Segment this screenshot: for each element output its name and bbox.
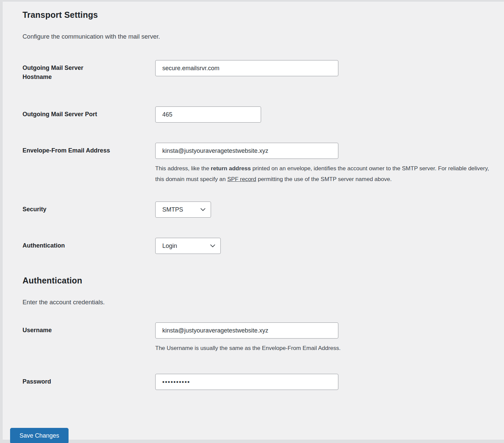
chevron-down-icon bbox=[200, 207, 206, 213]
security-select[interactable]: SMTPS bbox=[155, 202, 211, 218]
envelope-from-help-suffix: permitting the use of the SMTP server na… bbox=[256, 176, 391, 182]
form-row-password: Password bbox=[23, 374, 492, 390]
port-input[interactable] bbox=[155, 106, 261, 123]
username-input[interactable] bbox=[155, 322, 338, 339]
authentication-select[interactable]: Login bbox=[155, 238, 221, 254]
transport-settings-title: Transport Settings bbox=[23, 10, 492, 20]
username-help: The Username is usually the same as the … bbox=[155, 343, 492, 354]
form-row-security: Security SMTPS bbox=[23, 202, 492, 218]
authentication-select-value: Login bbox=[162, 242, 177, 250]
hostname-input[interactable] bbox=[155, 60, 338, 76]
spf-record-link[interactable]: SPF record bbox=[227, 176, 256, 182]
form-row-authentication: Authentication Login bbox=[23, 238, 492, 254]
form-row-port: Outgoing Mail Server Port bbox=[23, 106, 492, 123]
envelope-from-help: This address, like the return address pr… bbox=[155, 163, 492, 185]
envelope-from-help-bold: return address bbox=[211, 165, 251, 172]
envelope-from-input[interactable] bbox=[155, 143, 338, 159]
authentication-section-title: Authentication bbox=[23, 275, 492, 285]
settings-content: Transport Settings Configure the communi… bbox=[3, 2, 504, 390]
envelope-from-help-prefix: This address, like the bbox=[155, 165, 211, 172]
authentication-label: Authentication bbox=[23, 238, 155, 250]
username-label: Username bbox=[23, 322, 155, 335]
authentication-section-description: Enter the account credentials. bbox=[23, 298, 492, 306]
hostname-label: Outgoing Mail Server Hostname bbox=[23, 60, 155, 82]
envelope-from-label: Envelope-From Email Address bbox=[23, 143, 155, 155]
security-select-value: SMTPS bbox=[162, 206, 183, 213]
form-footer: Save Changes bbox=[3, 428, 504, 443]
form-row-hostname: Outgoing Mail Server Hostname bbox=[23, 60, 492, 82]
settings-panel: Transport Settings Configure the communi… bbox=[3, 2, 504, 440]
security-label: Security bbox=[23, 202, 155, 214]
transport-settings-description: Configure the communication with the mai… bbox=[23, 33, 492, 41]
save-changes-button[interactable]: Save Changes bbox=[10, 428, 69, 443]
form-row-username: Username The Username is usually the sam… bbox=[23, 322, 492, 354]
port-label: Outgoing Mail Server Port bbox=[23, 106, 155, 119]
form-row-envelope-from: Envelope-From Email Address This address… bbox=[23, 143, 492, 185]
password-input[interactable] bbox=[155, 374, 338, 390]
chevron-down-icon bbox=[210, 243, 216, 249]
password-label: Password bbox=[23, 374, 155, 386]
